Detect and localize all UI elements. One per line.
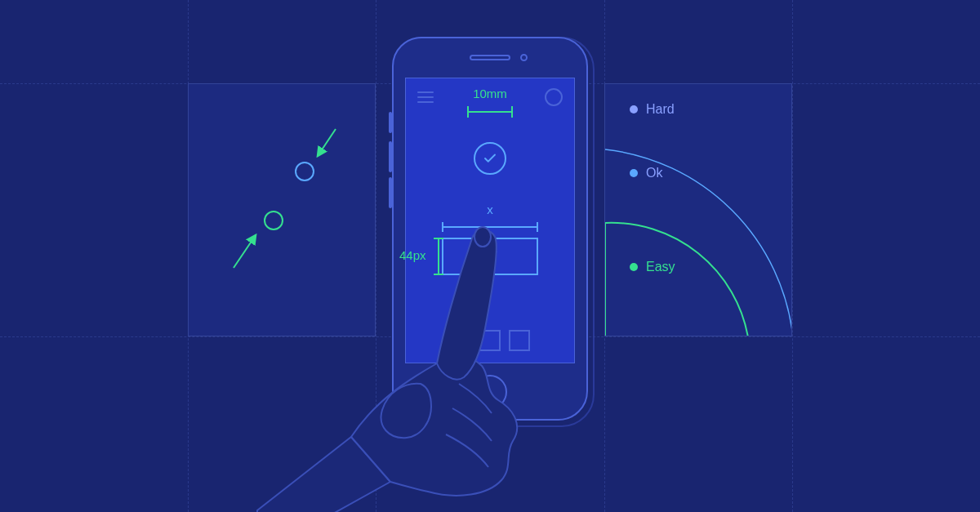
legend-hard-label: Hard: [646, 102, 675, 117]
legend-dot-ok: [630, 169, 638, 177]
svg-line-1: [234, 235, 256, 268]
phone-mute-switch: [389, 112, 392, 133]
diagram-stage: Hard Ok Easy 10mm: [0, 0, 980, 512]
legend-dot-easy: [630, 263, 638, 271]
legend-ok: Ok: [630, 166, 662, 180]
checkmark-icon: [481, 247, 499, 265]
phone-camera-icon: [520, 54, 528, 61]
phone-home-button: [473, 375, 507, 409]
dock-app-icon: [509, 330, 530, 351]
dock-icons: [450, 330, 530, 351]
legend-easy-label: Easy: [646, 260, 675, 274]
phone-frame: 10mm x 44px: [392, 37, 588, 421]
thumb-zone-arcs: [605, 84, 792, 336]
guide-r2: [792, 0, 793, 512]
dim-10mm-label: 10mm: [473, 87, 507, 100]
dim-44px-bar: [434, 238, 443, 275]
phone-volume-up: [389, 141, 392, 172]
dim-x-label: x: [487, 203, 493, 216]
hamburger-icon: [417, 88, 434, 106]
dim-10mm-bar: [467, 106, 513, 118]
phone-volume-down: [389, 177, 392, 208]
legend-hard: Hard: [630, 102, 675, 117]
panel-thumb-zones: Hard Ok Easy: [604, 83, 792, 336]
dim-44px-label: 44px: [399, 248, 426, 262]
checkmark-circle-icon: [474, 142, 506, 175]
phone-speaker-icon: [470, 55, 510, 60]
legend-ok-label: Ok: [646, 166, 662, 180]
phone-screen: 10mm x 44px: [405, 78, 575, 363]
arrows-icon: [189, 84, 376, 337]
panel-touch-targets: [188, 83, 376, 336]
legend-easy: Easy: [630, 260, 675, 274]
nav-circle-icon: [545, 88, 563, 106]
svg-line-0: [318, 129, 336, 156]
dim-x-bar: [442, 222, 538, 232]
legend-dot-hard: [630, 105, 638, 114]
dock-app-icon: [450, 330, 471, 351]
dock-app-icon: [479, 330, 501, 351]
touch-target-rect: [442, 238, 538, 275]
